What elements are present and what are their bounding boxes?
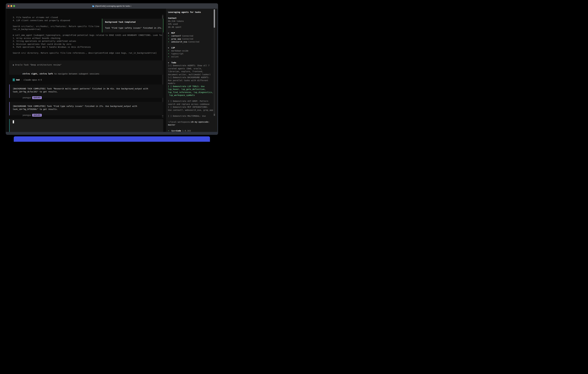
- context-spent: $0.46 spent: [168, 26, 215, 29]
- scrollback-line-tool-call: ⚙ call_omo_agent [subagent_type=explore,…: [13, 34, 163, 37]
- mcp-section-header[interactable]: ▼MCP: [168, 31, 215, 35]
- bullet-icon: •: [168, 40, 171, 43]
- chevron-down-icon: ▼: [168, 62, 171, 64]
- message-author: yeongyu: [22, 96, 31, 99]
- mcp-item: •grep_appConnected: [168, 37, 215, 41]
- todo-item-done: [✓] Demonstrate AGENTS: Show all 7: [168, 64, 215, 67]
- agent-model: claude-opus-4-5: [24, 79, 42, 81]
- bullet-icon: •: [168, 52, 171, 55]
- todo-item-pending: [ ] Demonstrate MULTIMODAL: Use: [168, 114, 215, 118]
- message-line: task_id="bg_dcfac161" to get results.: [13, 90, 163, 93]
- toast-body: Task "Find type safety issues" finished …: [105, 26, 162, 30]
- oracle-task-line: ◉ Oracle Task "Deep architecture review": [13, 63, 62, 66]
- message-meta: yeongyuQUEUED: [13, 93, 163, 96]
- agent-square-icon: [13, 79, 15, 81]
- window-bottom-bar: [6, 132, 218, 135]
- message-meta: yeongyuQUEUED: [13, 111, 163, 114]
- sidebar-scrollbar-track: [214, 10, 215, 116]
- agent-name: OmO: [16, 79, 20, 81]
- minimize-button[interactable]: [10, 5, 12, 7]
- workspace-branch: master: [168, 123, 215, 126]
- input-meta: OmOOpus 4.5Anthropic: [13, 129, 51, 132]
- scrollback-line: [13, 49, 163, 52]
- todo-item-done: curated agents (OmO, oracle,: [168, 67, 215, 70]
- todo-item-pending: [ ] Demonstrate AST-GREP: Pattern: [168, 100, 215, 103]
- scrollback-line: 1. Array access without bounds checking: [13, 37, 163, 40]
- bullet-icon: •: [168, 37, 171, 41]
- window-title: [OpenCode] Leveraging agents for tasks ◐: [95, 5, 132, 7]
- message-box: [BACKGROUND TASK COMPLETED] Task "Resear…: [9, 84, 163, 98]
- message-line: [BACKGROUND TASK COMPLETED] Task "Find t…: [13, 105, 163, 108]
- shortcut-hint-text: to navigate between subagent sessions: [53, 73, 99, 75]
- message-line: task_id="bg_6f59260c" to get results.: [13, 108, 163, 111]
- folder-icon: [92, 5, 94, 7]
- context-heading: Context: [168, 17, 215, 20]
- todo-item-done: Run parallel tasks with different: [168, 79, 215, 82]
- oracle-task-hint: ctrl+x right, ctrl+x left to navigate be…: [13, 69, 99, 72]
- lsp-item: •eslint: [168, 55, 215, 58]
- status-badge: QUEUED: [32, 114, 42, 116]
- chevron-down-icon: ▼: [168, 32, 171, 35]
- scrollback-line: 3. Division operations that could divide…: [13, 43, 163, 46]
- oracle-task-box: ◉ Oracle Task "Deep architecture review"…: [9, 61, 164, 75]
- todo-item-active: [ ] Demonstrate LSP TOOLS: Use: [168, 85, 215, 88]
- lsp-item: •markdown-oxide: [168, 49, 215, 52]
- message-box: [BACKGROUND TASK COMPLETED] Task "Find t…: [9, 102, 163, 115]
- mcp-item: •websearch_exaConnected: [168, 40, 215, 43]
- todo-item-done: models: [168, 82, 215, 85]
- todo-item-pending: Use context7, websearch_exa, grep_app: [168, 109, 215, 112]
- todo-item-pending: search and replace across codebase: [168, 103, 215, 106]
- bullet-icon: •: [168, 55, 171, 58]
- todo-item-active: lsp_hover, lsp_goto_definition,: [168, 88, 215, 91]
- agent-header: OmO · claude-opus-4-5: [13, 78, 42, 82]
- chevron-down-icon: ▼: [168, 47, 171, 50]
- chat-scrollbar-segment-top[interactable]: [162, 16, 163, 19]
- scrollback-line: 4. Path operations that don't handle Win…: [13, 46, 163, 49]
- zoom-button[interactable]: [13, 5, 15, 7]
- message-line: [BACKGROUND TASK COMPLETED] Task "Resear…: [13, 87, 163, 90]
- text-cursor: [13, 120, 14, 123]
- bullet-icon: •: [168, 49, 171, 52]
- prompt-input[interactable]: OmOOpus 4.5Anthropic: [9, 119, 163, 133]
- close-button[interactable]: [8, 5, 10, 7]
- mcp-item: •context7Connected: [168, 34, 215, 37]
- workspace-path: ~/local-workspaces/oh-my-opencode:: [168, 120, 215, 124]
- todo-item-done: document-writer, multimodal-looker): [168, 73, 215, 76]
- lsp-item: •typescript: [168, 52, 215, 55]
- scrollback-line: 3. File handles or streams not closed: [13, 16, 163, 19]
- background-task-toast: Background Task Completed Task "Find typ…: [102, 19, 163, 32]
- todo-item-done: [✓] Demonstrate BACKGROUND AGENTS:: [168, 76, 215, 79]
- toast-title: Background Task Completed: [105, 21, 136, 24]
- todo-item-active: lsp_find_references, lsp_diagnostics,: [168, 91, 215, 94]
- todo-item-active: lsp_workspace_symbols: [168, 94, 215, 97]
- bullet-icon: •: [168, 34, 171, 37]
- terminal-window: [OpenCode] Leveraging agents for tasks ◐…: [6, 3, 218, 135]
- message-author: yeongyu: [22, 114, 31, 116]
- lsp-section-header[interactable]: ▼LSP: [168, 46, 215, 49]
- scrollback-line: 2. String operations on potentially unde…: [13, 40, 163, 43]
- separator-dot: ·: [21, 79, 22, 81]
- todo-item-done: librarian, explore, frontend,: [168, 70, 215, 73]
- context-tokens: 66,518 tokens: [168, 20, 215, 23]
- dock-bar[interactable]: [14, 136, 210, 142]
- session-title: Leveraging agents for tasks: [168, 11, 215, 14]
- terminal-content: 3. File handles or streams not closed 4.…: [6, 9, 218, 132]
- title-bar[interactable]: [OpenCode] Leveraging agents for tasks ◐: [6, 3, 218, 9]
- todo-section-header[interactable]: ▼Todo: [168, 61, 215, 64]
- status-badge: QUEUED: [32, 96, 42, 99]
- sidebar-scrollbar-thumb[interactable]: [214, 10, 215, 28]
- todo-item-pending: [ ] Demonstrate MCP INTEGRATIONS:: [168, 105, 215, 109]
- sidebar-scrollbar-segment[interactable]: [214, 114, 215, 116]
- keyboard-shortcuts: ctrl+x right, ctrl+x left: [22, 73, 53, 75]
- scrollback-line: Search src/ directory. Return specific f…: [13, 52, 163, 54]
- context-used: 33% used: [168, 22, 215, 26]
- window-right-edge: [217, 9, 218, 132]
- session-sidebar: Leveraging agents for tasks Context 66,5…: [166, 9, 218, 132]
